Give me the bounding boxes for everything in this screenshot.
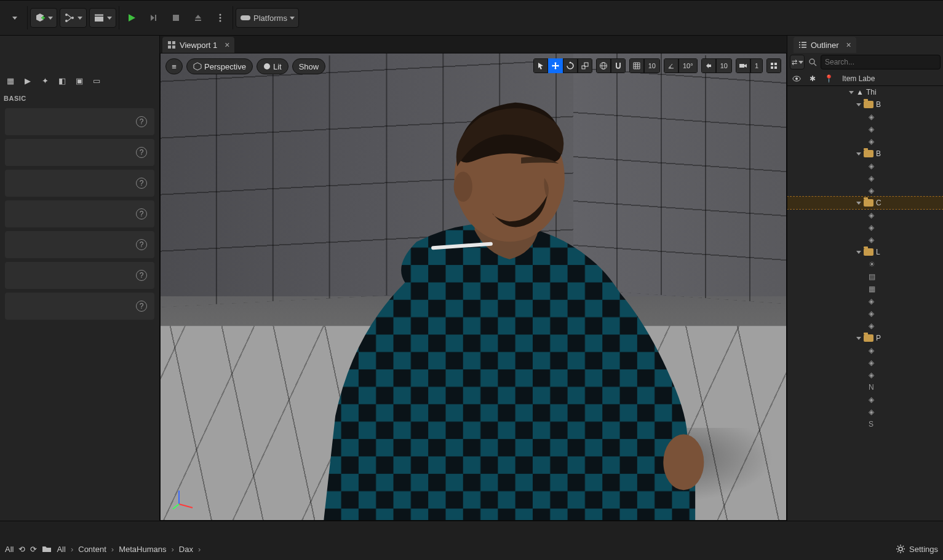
play-button[interactable] [122, 8, 141, 28]
nav-forward-button[interactable]: ⟳ [30, 545, 37, 554]
help-icon[interactable]: ? [136, 270, 147, 281]
tree-folder[interactable]: L [787, 246, 943, 258]
outliner-column-header[interactable]: ✱ 📍 Item Labe [787, 71, 943, 86]
show-dropdown[interactable]: Show [292, 58, 326, 74]
help-icon[interactable]: ? [136, 208, 147, 219]
tree-actor[interactable]: ◈ [787, 393, 943, 406]
filter-all-label[interactable]: All [5, 545, 14, 554]
settings-button[interactable]: Settings [896, 544, 938, 554]
tree-actor[interactable]: ◈ [787, 209, 943, 221]
folder-icon[interactable] [42, 545, 52, 553]
tree-actor[interactable]: ◈ [787, 221, 943, 234]
panel-icon-6[interactable]: ▭ [90, 74, 103, 87]
tree-actor[interactable]: ◈ [787, 111, 943, 123]
panel-icon-3[interactable]: ✦ [38, 74, 52, 87]
crumb[interactable]: Dax [179, 545, 193, 554]
tree-actor[interactable]: ◈ [787, 344, 943, 357]
camera-speed-button[interactable] [736, 58, 750, 73]
placeable-item[interactable]: ? [5, 200, 154, 227]
camera-speed-value[interactable]: 1 [750, 58, 763, 73]
lit-dropdown[interactable]: Lit [257, 58, 288, 74]
tree-actor[interactable]: ◈ [787, 307, 943, 320]
svg-rect-17 [172, 45, 175, 49]
help-icon[interactable]: ? [136, 239, 147, 250]
tree-actor[interactable]: ◈ [787, 172, 943, 184]
grid-snap-toggle[interactable] [629, 58, 644, 73]
angle-snap-value[interactable]: 10° [678, 58, 698, 73]
scale-snap-value[interactable]: 10 [716, 58, 732, 73]
add-content-button[interactable] [30, 8, 57, 28]
angle-snap-toggle[interactable] [664, 58, 678, 73]
outliner-tab[interactable]: Outliner × [794, 37, 856, 53]
tree-actor[interactable]: S [787, 418, 943, 430]
surface-snap-toggle[interactable] [611, 58, 626, 73]
play-options-button[interactable] [210, 8, 230, 28]
viewport-tab[interactable]: Viewport 1 × [162, 37, 234, 53]
placeable-item[interactable]: ? [5, 139, 154, 166]
stop-button[interactable] [166, 8, 186, 28]
close-icon[interactable]: × [846, 40, 851, 50]
viewport-options-button[interactable]: ≡ [165, 58, 183, 74]
tree-label: Thi [866, 88, 877, 97]
place-actors-panel: ▦ ▶ ✦ ◧ ▣ ▭ BASIC ? ? ? ? ? ? ? [0, 36, 160, 521]
tree-actor[interactable]: ◈ [787, 135, 943, 148]
viewport-3d[interactable]: ≡ Perspective Lit Show [160, 53, 787, 521]
rotate-tool[interactable] [563, 58, 578, 73]
placeable-item[interactable]: ? [5, 108, 154, 135]
tree-actor[interactable]: ▤ [787, 270, 943, 283]
translate-tool[interactable] [548, 58, 563, 73]
panel-icon-2[interactable]: ▶ [21, 74, 34, 87]
placeable-item[interactable]: ? [5, 293, 154, 320]
tree-folder[interactable]: B [787, 148, 943, 160]
outliner-search-input[interactable] [821, 55, 941, 69]
tree-actor[interactable]: ☀ [787, 258, 943, 270]
nav-back-button[interactable]: ⟲ [18, 545, 25, 554]
placeable-item[interactable]: ? [5, 170, 154, 197]
tree-actor[interactable]: ▦ [787, 283, 943, 295]
cinematics-dropdown[interactable] [89, 8, 116, 28]
kebab-icon [218, 13, 222, 23]
crumb[interactable]: All [57, 545, 65, 554]
help-icon[interactable]: ? [136, 147, 147, 158]
scale-snap-toggle[interactable] [701, 58, 716, 73]
perspective-dropdown[interactable]: Perspective [186, 58, 253, 74]
tree-actor[interactable]: ◈ [787, 320, 943, 332]
tree-actor[interactable]: ◈ [787, 123, 943, 135]
tree-actor[interactable]: ◈ [787, 369, 943, 381]
scale-tool[interactable] [578, 58, 592, 73]
grid-snap-value[interactable]: 10 [644, 58, 660, 73]
platforms-dropdown[interactable]: Platforms [236, 8, 299, 28]
blueprint-dropdown[interactable] [60, 8, 87, 28]
tree-root[interactable]: ▲ Thi [787, 86, 943, 98]
tree-actor[interactable]: ◈ [787, 357, 943, 369]
outliner-tree[interactable]: ▲ Thi B ◈ ◈ ◈ B ◈ ◈ ◈ C ◈ ◈ ◈ L ☀ ▤ ▦ ◈ … [787, 86, 943, 521]
placeable-item[interactable]: ? [5, 262, 154, 289]
tree-actor[interactable]: ◈ [787, 184, 943, 197]
tree-actor[interactable]: ◈ [787, 234, 943, 246]
tree-actor[interactable]: N [787, 381, 943, 393]
panel-icon-5[interactable]: ▣ [73, 74, 86, 87]
mode-dropdown[interactable] [5, 8, 25, 28]
outliner-filter-button[interactable]: ⇄ [790, 55, 805, 69]
coord-space-toggle[interactable] [596, 58, 611, 73]
panel-icon-4[interactable]: ◧ [55, 74, 69, 87]
eject-button[interactable] [188, 8, 208, 28]
tree-actor[interactable]: ◈ [787, 406, 943, 418]
placeable-item[interactable]: ? [5, 231, 154, 258]
crumb[interactable]: MetaHumans [119, 545, 166, 554]
panel-icon-1[interactable]: ▦ [4, 74, 17, 87]
select-tool[interactable] [533, 58, 548, 73]
tree-folder[interactable]: C [787, 197, 943, 209]
tree-actor[interactable]: ◈ [787, 160, 943, 172]
skip-button[interactable] [144, 8, 164, 28]
close-icon[interactable]: × [225, 40, 229, 50]
help-icon[interactable]: ? [136, 301, 147, 312]
fog-icon: ▦ [869, 285, 877, 293]
tree-folder[interactable]: P [787, 332, 943, 344]
crumb[interactable]: Content [78, 545, 106, 554]
help-icon[interactable]: ? [136, 178, 147, 189]
tree-folder[interactable]: B [787, 98, 943, 111]
tree-actor[interactable]: ◈ [787, 295, 943, 307]
viewport-layout-button[interactable] [766, 58, 781, 73]
help-icon[interactable]: ? [136, 116, 147, 127]
